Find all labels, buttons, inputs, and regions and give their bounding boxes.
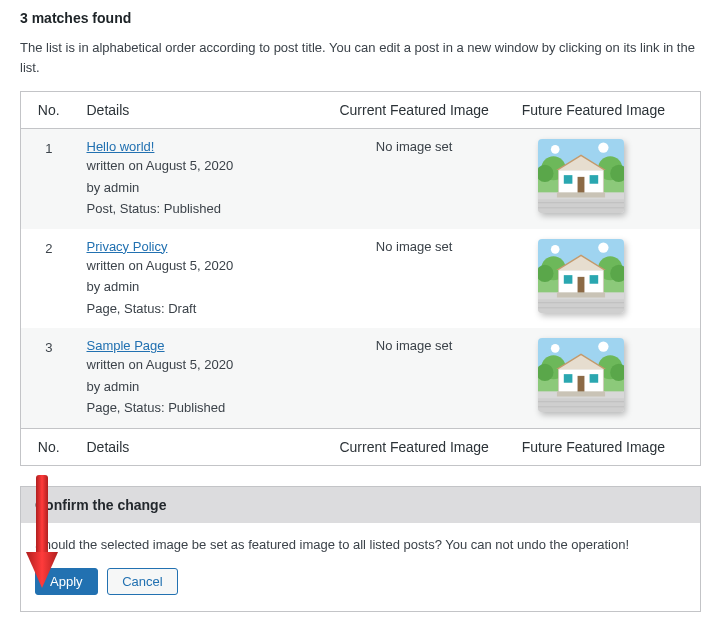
- details-line: by admin: [87, 178, 307, 198]
- future-image-cell: [512, 328, 701, 428]
- col-footer-future: Future Featured Image: [512, 428, 701, 465]
- table-row: 1Hello world!written on August 5, 2020by…: [21, 129, 701, 229]
- apply-button[interactable]: Apply: [35, 568, 98, 595]
- current-image-cell: No image set: [317, 229, 512, 329]
- table-row: 3Sample Pagewritten on August 5, 2020by …: [21, 328, 701, 428]
- row-details: Sample Pagewritten on August 5, 2020by a…: [77, 328, 317, 428]
- cancel-button[interactable]: Cancel: [107, 568, 177, 595]
- house-thumbnail-icon: [538, 338, 624, 412]
- house-thumbnail-icon: [538, 139, 624, 213]
- col-footer-no: No.: [21, 428, 77, 465]
- col-footer-current: Current Featured Image: [317, 428, 512, 465]
- row-number: 2: [21, 229, 77, 329]
- current-image-cell: No image set: [317, 328, 512, 428]
- col-header-current: Current Featured Image: [317, 92, 512, 129]
- confirm-box: Confirm the change Should the selected i…: [20, 486, 701, 612]
- post-title-link[interactable]: Sample Page: [87, 338, 165, 353]
- row-details: Privacy Policywritten on August 5, 2020b…: [77, 229, 317, 329]
- details-line: Post, Status: Published: [87, 199, 307, 219]
- details-line: written on August 5, 2020: [87, 156, 307, 176]
- details-line: Page, Status: Draft: [87, 299, 307, 319]
- details-line: written on August 5, 2020: [87, 256, 307, 276]
- col-header-future: Future Featured Image: [512, 92, 701, 129]
- details-line: Page, Status: Published: [87, 398, 307, 418]
- current-image-text: No image set: [376, 239, 453, 254]
- confirm-text: Should the selected image be set as feat…: [35, 537, 686, 552]
- col-header-no: No.: [21, 92, 77, 129]
- col-footer-details: Details: [77, 428, 317, 465]
- col-header-details: Details: [77, 92, 317, 129]
- table-row: 2Privacy Policywritten on August 5, 2020…: [21, 229, 701, 329]
- post-title-link[interactable]: Privacy Policy: [87, 239, 168, 254]
- confirm-heading: Confirm the change: [21, 487, 700, 523]
- future-image-cell: [512, 229, 701, 329]
- details-line: by admin: [87, 277, 307, 297]
- current-image-text: No image set: [376, 139, 453, 154]
- matches-table: No. Details Current Featured Image Futur…: [20, 91, 701, 466]
- row-number: 1: [21, 129, 77, 229]
- post-title-link[interactable]: Hello world!: [87, 139, 155, 154]
- details-line: written on August 5, 2020: [87, 355, 307, 375]
- current-image-text: No image set: [376, 338, 453, 353]
- matches-description: The list is in alphabetical order accord…: [20, 38, 701, 77]
- house-thumbnail-icon: [538, 239, 624, 313]
- future-image-cell: [512, 129, 701, 229]
- row-number: 3: [21, 328, 77, 428]
- details-line: by admin: [87, 377, 307, 397]
- current-image-cell: No image set: [317, 129, 512, 229]
- matches-heading: 3 matches found: [20, 10, 701, 26]
- row-details: Hello world!written on August 5, 2020by …: [77, 129, 317, 229]
